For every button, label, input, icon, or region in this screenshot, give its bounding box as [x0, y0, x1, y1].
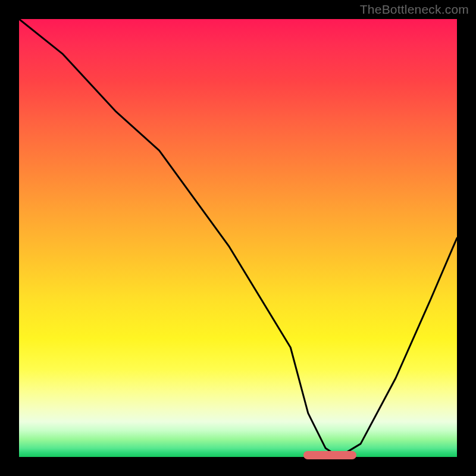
chart-plot-area	[19, 19, 457, 457]
bottleneck-curve	[19, 19, 457, 457]
watermark-text: TheBottleneck.com	[360, 2, 469, 17]
optimal-range-marker	[303, 451, 356, 459]
